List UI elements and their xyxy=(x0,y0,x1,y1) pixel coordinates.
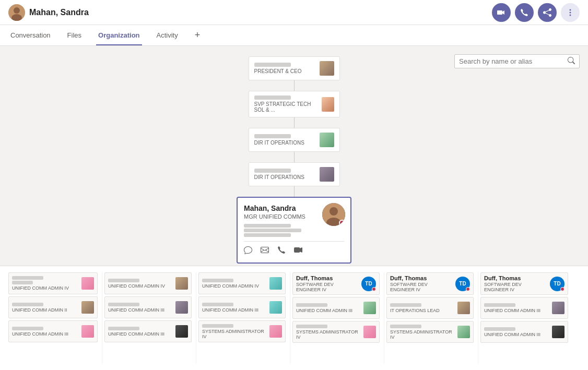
card-avatar xyxy=(175,301,188,314)
card-item[interactable]: UNIFIED COMM ADMIN III xyxy=(292,297,380,319)
org-node-info: DIR IT OPERATIONS xyxy=(254,134,304,146)
card-avatar xyxy=(175,325,188,338)
card-item[interactable]: SYSTEMS ADMINISTRATOR IV xyxy=(292,321,380,343)
org-node-title-president: PRESIDENT & CEO xyxy=(254,68,302,74)
card-avatar xyxy=(175,277,188,290)
card-title: IT OPERATIONS LEAD xyxy=(390,308,454,313)
org-node-avatar xyxy=(320,133,334,147)
card-item-named[interactable]: Duff, Thomas SOFTWARE DEV ENGINEER IV TD xyxy=(480,272,568,295)
name-blur xyxy=(390,303,421,307)
org-node-dir2: DIR IT OPERATIONS xyxy=(249,162,340,197)
card-title: UNIFIED COMM ADMIN IV xyxy=(202,283,266,289)
name-blur xyxy=(254,169,291,173)
card-title: UNIFIED COMM ADMIN IV xyxy=(12,285,78,291)
card-item[interactable]: SYSTEMS ADMINISTRATOR IV xyxy=(386,321,474,343)
org-node-selected-wrapper: Mahan, Sandra MGR UNIFIED COMMS xyxy=(237,197,351,264)
card-avatar xyxy=(457,302,470,314)
card-person-title: SOFTWARE DEV ENGINEER IV xyxy=(484,282,547,292)
card-person-title: SOFTWARE DEV ENGINEER IV xyxy=(390,282,452,292)
org-node-card-dir2[interactable]: DIR IT OPERATIONS xyxy=(249,162,340,186)
name-blur xyxy=(12,327,43,330)
card-title: SYSTEMS ADMINISTRATOR IV xyxy=(202,329,266,339)
email-action-icon[interactable] xyxy=(261,246,269,256)
name-blur xyxy=(254,63,291,67)
tab-conversation[interactable]: Conversation xyxy=(8,25,53,45)
name-blur xyxy=(108,303,139,306)
card-text: UNIFIED COMM ADMIN III xyxy=(202,303,266,313)
header-title: Mahan, Sandra xyxy=(29,8,89,17)
card-item[interactable]: UNIFIED COMM ADMIN III xyxy=(198,296,286,318)
org-node-card-svp[interactable]: SVP STRATEGIC TECH SOL & ... xyxy=(249,91,340,117)
card-text: SYSTEMS ADMINISTRATOR IV xyxy=(202,324,266,339)
card-item[interactable]: UNIFIED COMM ADMIN III xyxy=(480,297,568,319)
name-blur xyxy=(12,276,43,280)
card-item[interactable]: UNIFIED COMM ADMIN IV xyxy=(198,272,286,294)
add-tab-button[interactable]: + xyxy=(195,30,201,41)
card-item[interactable]: UNIFIED COMM ADMIN IV xyxy=(104,272,192,294)
card-avatar-td: TD xyxy=(361,277,376,291)
connector xyxy=(294,152,295,162)
card-avatar xyxy=(81,325,94,338)
card-title: UNIFIED COMM ADMIN III xyxy=(108,307,172,313)
card-item[interactable]: UNIFIED COMM ADMIN III xyxy=(480,321,568,343)
header: Mahan, Sandra xyxy=(0,0,588,25)
video-call-button[interactable] xyxy=(492,3,511,22)
card-text: UNIFIED COMM ADMIN IV xyxy=(108,279,172,289)
share-button[interactable] xyxy=(538,3,557,22)
card-item[interactable]: UNIFIED COMM ADMIN III xyxy=(104,320,192,342)
card-text: UNIFIED COMM ADMIN II xyxy=(12,303,78,313)
name-blur xyxy=(12,303,43,306)
cards-column-3: UNIFIED COMM ADMIN IV UNIFIED COMM ADMIN… xyxy=(196,272,290,364)
name-blur-2 xyxy=(12,281,33,284)
card-named-info: Duff, Thomas SOFTWARE DEV ENGINEER IV xyxy=(484,275,547,292)
presence-mini xyxy=(466,287,470,291)
tab-files[interactable]: Files xyxy=(65,25,84,45)
card-item[interactable]: UNIFIED COMM ADMIN IV xyxy=(8,272,98,294)
card-avatar xyxy=(552,302,565,314)
tab-organization[interactable]: Organization xyxy=(96,25,142,45)
presence-mini xyxy=(560,287,565,291)
card-title: UNIFIED COMM ADMIN III xyxy=(484,332,549,337)
card-avatar xyxy=(81,277,94,290)
phone-action-icon[interactable] xyxy=(277,246,286,256)
video-action-icon[interactable] xyxy=(294,246,302,256)
card-named-info: Duff, Thomas SOFTWARE DEV ENGINEER IV xyxy=(296,275,358,292)
card-title: UNIFIED COMM ADMIN III xyxy=(12,331,78,337)
cards-column-1: UNIFIED COMM ADMIN IV UNIFIED COMM ADMIN… xyxy=(8,272,102,364)
call-button[interactable] xyxy=(515,3,534,22)
name-blur xyxy=(390,325,421,328)
org-node-card-president[interactable]: PRESIDENT & CEO xyxy=(249,56,340,80)
org-node-card-dir1[interactable]: DIR IT OPERATIONS xyxy=(249,128,340,152)
card-text: SYSTEMS ADMINISTRATOR IV xyxy=(296,325,360,340)
chat-action-icon[interactable] xyxy=(244,246,252,256)
card-avatar xyxy=(269,325,282,338)
card-text: UNIFIED COMM ADMIN III xyxy=(108,327,172,337)
cards-column-6: Duff, Thomas SOFTWARE DEV ENGINEER IV TD… xyxy=(478,272,572,364)
org-chart: PRESIDENT & CEO SVP STRATEGIC TECH SOL &… xyxy=(0,46,588,266)
org-node-selected-card[interactable]: Mahan, Sandra MGR UNIFIED COMMS xyxy=(237,197,351,264)
card-item[interactable]: UNIFIED COMM ADMIN III xyxy=(8,320,98,342)
org-node-title-dir1: DIR IT OPERATIONS xyxy=(254,140,304,146)
card-item[interactable]: IT OPERATIONS LEAD xyxy=(386,297,474,319)
card-person-title: SOFTWARE DEV ENGINEER IV xyxy=(296,282,358,292)
card-item-named[interactable]: Duff, Thomas SOFTWARE DEV ENGINEER IV TD xyxy=(386,272,474,295)
card-title: SYSTEMS ADMINISTRATOR IV xyxy=(296,329,360,340)
more-options-button[interactable] xyxy=(561,3,580,22)
org-node-avatar xyxy=(322,97,334,112)
card-person-name: Duff, Thomas xyxy=(484,275,547,281)
card-item[interactable]: SYSTEMS ADMINISTRATOR IV xyxy=(198,320,286,342)
name-blur xyxy=(254,134,291,138)
name-blur xyxy=(202,279,233,282)
card-avatar-td: TD xyxy=(455,277,470,291)
name-blur xyxy=(108,279,139,282)
tab-activity[interactable]: Activity xyxy=(155,25,180,45)
card-title: UNIFIED COMM ADMIN III xyxy=(202,307,266,313)
name-blur xyxy=(484,303,515,307)
card-item-named[interactable]: Duff, Thomas SOFTWARE DEV ENGINEER IV TD xyxy=(292,272,380,295)
cards-column-2: UNIFIED COMM ADMIN IV UNIFIED COMM ADMIN… xyxy=(102,272,196,364)
card-item[interactable]: UNIFIED COMM ADMIN III xyxy=(104,296,192,318)
org-node-title-svp: SVP STRATEGIC TECH SOL & ... xyxy=(254,101,322,113)
card-item[interactable]: UNIFIED COMM ADMIN II xyxy=(8,296,98,318)
card-title: UNIFIED COMM ADMIN III xyxy=(484,308,549,313)
name-blur xyxy=(202,324,233,328)
